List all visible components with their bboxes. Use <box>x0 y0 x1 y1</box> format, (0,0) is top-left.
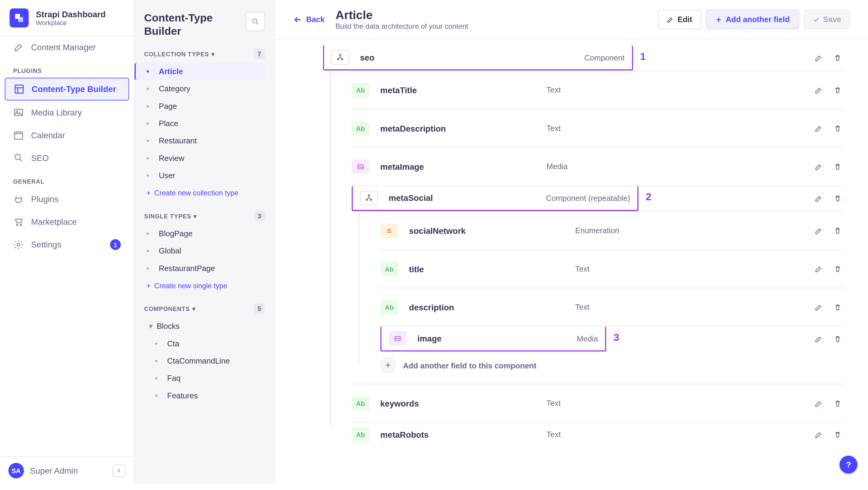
search-button[interactable] <box>246 12 265 31</box>
group-components[interactable]: COMPONENTS ▾ 5 <box>144 303 265 314</box>
secondary-nav: Content-Type Builder COLLECTION TYPES ▾ … <box>134 0 275 484</box>
collection-item-category[interactable]: Category <box>134 80 265 97</box>
add-component-field-label: Add another field to this component <box>403 361 536 370</box>
text-type-icon: Ab <box>351 427 369 441</box>
edit-field-button[interactable] <box>812 300 825 313</box>
component-item-faq[interactable]: Faq <box>143 370 265 387</box>
add-field-button[interactable]: Add another field <box>706 10 799 29</box>
delete-field-button[interactable] <box>831 84 844 96</box>
text-type-icon: Ab <box>351 83 369 97</box>
collapse-nav-button[interactable] <box>113 464 125 477</box>
field-row-metadescription[interactable]: Ab metaDescription Text <box>351 109 844 147</box>
fields-list: seo Component 1 Ab metaTitle Text Ab <box>275 39 868 484</box>
field-row-title[interactable]: Ab title Text <box>380 249 844 288</box>
field-row-socialnetwork[interactable]: socialNetwork Enumeration <box>380 211 844 249</box>
field-row-image[interactable]: image Media <box>380 326 606 351</box>
edit-field-button[interactable] <box>812 397 825 410</box>
field-row-seo[interactable]: seo Component <box>323 45 633 70</box>
edit-field-button[interactable] <box>812 122 825 134</box>
add-component-field-button[interactable]: + <box>380 358 396 373</box>
delete-field-button[interactable] <box>831 300 844 313</box>
trash-icon <box>834 54 842 62</box>
image-icon <box>13 107 24 118</box>
single-item-blogpage[interactable]: BlogPage <box>134 225 265 242</box>
strapi-logo-icon <box>10 8 29 28</box>
plug-icon <box>13 194 24 205</box>
brand-subtitle: Workplace <box>36 19 106 26</box>
field-row-metatitle[interactable]: Ab metaTitle Text <box>351 70 844 109</box>
back-link[interactable]: Back <box>293 14 325 24</box>
delete-field-button[interactable] <box>831 52 844 64</box>
edit-field-button[interactable] <box>812 52 825 64</box>
edit-button[interactable]: Edit <box>658 10 701 29</box>
field-row-description[interactable]: Ab description Text <box>380 288 844 326</box>
save-button[interactable]: Save <box>803 10 850 29</box>
single-item-global[interactable]: Global <box>134 242 265 259</box>
chevron-down-icon: ▾ <box>211 51 215 57</box>
calendar-icon <box>13 130 24 141</box>
delete-field-button[interactable] <box>831 160 844 173</box>
delete-field-button[interactable] <box>831 428 844 441</box>
text-type-icon: Ab <box>380 300 398 314</box>
single-count-badge: 3 <box>254 211 265 221</box>
nav-media-library[interactable]: Media Library <box>5 102 129 123</box>
field-row-metasocial[interactable]: metaSocial Component (repeatable) <box>351 186 639 211</box>
edit-field-button[interactable] <box>812 428 825 441</box>
field-row-metaimage[interactable]: metaImage Media <box>351 147 844 185</box>
single-item-restaurantpage[interactable]: RestaurantPage <box>134 259 265 277</box>
collection-item-article[interactable]: Article <box>134 63 265 80</box>
delete-field-button[interactable] <box>831 122 844 134</box>
chevron-down-icon: ▾ <box>192 306 196 312</box>
nav-content-type-builder[interactable]: Content-Type Builder <box>5 78 129 100</box>
group-single-types[interactable]: SINGLE TYPES ▾ 3 <box>144 211 265 221</box>
page-subtitle: Build the data architecture of your cont… <box>335 22 468 31</box>
collection-item-restaurant[interactable]: Restaurant <box>134 132 265 149</box>
group-collection-types[interactable]: COLLECTION TYPES ▾ 7 <box>144 49 265 60</box>
delete-field-button[interactable] <box>831 262 844 275</box>
nav-general-label: GENERAL <box>0 170 134 188</box>
component-item-ctacommandline[interactable]: CtaCommandLine <box>143 353 265 370</box>
plus-icon: + <box>146 282 151 290</box>
delete-field-button[interactable] <box>831 332 844 345</box>
svg-point-9 <box>17 243 20 246</box>
create-single-type-link[interactable]: +Create new single type <box>144 277 265 299</box>
create-collection-type-link[interactable]: +Create new collection type <box>144 184 265 206</box>
collection-item-page[interactable]: Page <box>134 98 265 115</box>
user-avatar[interactable]: SA <box>8 463 24 478</box>
component-item-cta[interactable]: Cta <box>143 335 265 352</box>
field-name: seo <box>360 53 479 62</box>
pencil-square-icon <box>13 42 24 53</box>
delete-field-button[interactable] <box>831 192 844 205</box>
edit-field-button[interactable] <box>812 224 825 237</box>
edit-field-button[interactable] <box>812 262 825 275</box>
annotation-1: 1 <box>640 51 646 63</box>
brand-block: Strapi Dashboard Workplace <box>0 0 134 37</box>
nav-content-manager[interactable]: Content Manager <box>5 37 129 58</box>
check-icon <box>812 16 819 23</box>
annotation-3: 3 <box>613 332 619 344</box>
edit-field-button[interactable] <box>812 84 825 96</box>
component-icon <box>331 50 349 64</box>
nav-plugins-label: PLUGINS <box>0 59 134 78</box>
delete-field-button[interactable] <box>831 397 844 410</box>
component-group-blocks[interactable]: ▾ Blocks <box>144 317 265 335</box>
edit-field-button[interactable] <box>812 192 825 205</box>
collection-item-user[interactable]: User <box>134 167 265 184</box>
component-item-features[interactable]: Features <box>143 387 265 404</box>
edit-field-button[interactable] <box>812 160 825 173</box>
edit-field-button[interactable] <box>812 332 825 345</box>
nav-calendar[interactable]: Calendar <box>5 124 129 146</box>
delete-field-button[interactable] <box>831 224 844 237</box>
page-title: Article <box>335 8 468 22</box>
nav-settings[interactable]: Settings 1 <box>5 234 129 255</box>
collection-item-review[interactable]: Review <box>134 150 265 167</box>
nav-marketplace[interactable]: Marketplace <box>5 211 129 233</box>
collection-item-place[interactable]: Place <box>134 115 265 132</box>
field-row-keywords[interactable]: Ab keywords Text <box>351 384 844 422</box>
nav-seo[interactable]: SEO <box>5 147 129 169</box>
plus-icon: + <box>146 189 151 197</box>
nav-plugins[interactable]: Plugins <box>5 188 129 210</box>
field-row-metarobots[interactable]: Ab metaRobots Text <box>351 422 844 446</box>
help-button[interactable]: ? <box>840 456 858 473</box>
enum-type-icon <box>380 223 398 238</box>
